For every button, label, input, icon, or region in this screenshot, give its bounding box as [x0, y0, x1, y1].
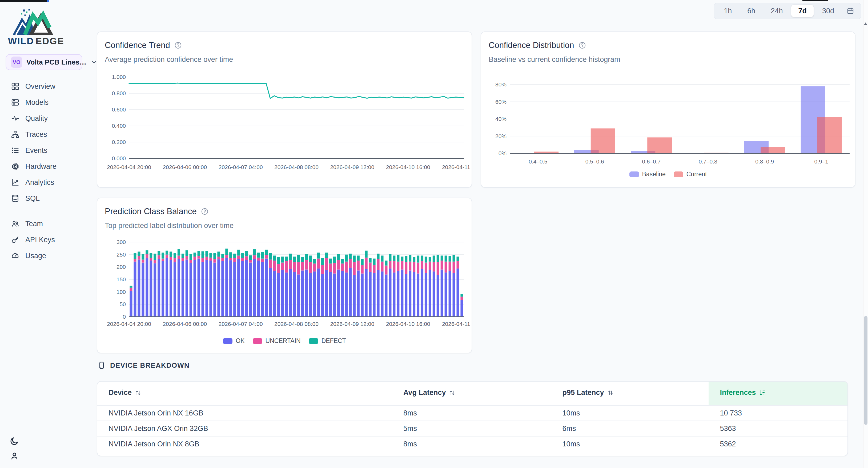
- svg-text:100: 100: [117, 289, 126, 295]
- sidebar-item-usage[interactable]: Usage: [0, 248, 83, 264]
- sidebar-item-label: Models: [25, 98, 49, 107]
- scrollbar-thumb[interactable]: [864, 316, 867, 425]
- user-icon: [9, 451, 19, 461]
- help-icon[interactable]: [579, 41, 586, 49]
- svg-text:0%: 0%: [498, 150, 506, 156]
- svg-text:300: 300: [117, 239, 126, 245]
- help-icon[interactable]: [201, 208, 209, 215]
- sidebar-item-sql[interactable]: SQL: [0, 191, 83, 206]
- sidebar-nav-secondary: TeamAPI KeysUsage: [0, 216, 83, 264]
- svg-text:2026-04-10 16:00: 2026-04-10 16:00: [386, 164, 430, 170]
- p95-latency-cell: 6ms: [551, 421, 709, 436]
- device-cell: NVIDIA Jetson AGX Orin 32GB: [97, 421, 392, 436]
- p95-latency-cell: 10ms: [551, 405, 709, 421]
- gauge-icon: [11, 252, 20, 260]
- p95-latency-cell: 10ms: [551, 436, 709, 451]
- svg-text:40%: 40%: [495, 116, 506, 122]
- sidebar-item-traces[interactable]: Traces: [0, 126, 83, 142]
- svg-text:0.200: 0.200: [112, 139, 126, 145]
- sidebar-item-api-keys[interactable]: API Keys: [0, 232, 83, 248]
- device-cell: NVIDIA Jetson Orin NX 16GB: [97, 405, 392, 421]
- sidebar-item-label: Hardware: [25, 163, 57, 171]
- inferences-cell: 10 733: [709, 405, 847, 421]
- time-range-7d[interactable]: 7d: [791, 5, 814, 17]
- svg-text:2026-04-11 20:00: 2026-04-11 20:00: [442, 321, 471, 327]
- svg-text:150: 150: [117, 276, 126, 283]
- calendar-button[interactable]: [843, 5, 858, 17]
- confidence-trend-chart: 0.0000.2000.4000.6000.8001.0002026-04-04…: [104, 71, 471, 177]
- time-range-6h[interactable]: 6h: [740, 5, 762, 17]
- svg-text:2026-04-06 00:00: 2026-04-06 00:00: [163, 321, 207, 327]
- svg-text:2026-04-08 08:00: 2026-04-08 08:00: [274, 164, 318, 170]
- svg-text:0.400: 0.400: [112, 123, 126, 129]
- database-icon: [11, 194, 20, 203]
- column-header-inferences[interactable]: Inferences: [709, 382, 847, 405]
- sidebar-item-quality[interactable]: Quality: [0, 110, 83, 126]
- table-row: NVIDIA Jetson AGX Orin 32GB5ms6ms5363: [97, 421, 847, 436]
- project-avatar: VO: [11, 57, 22, 68]
- svg-text:0.9–1: 0.9–1: [814, 158, 828, 165]
- svg-text:80%: 80%: [495, 81, 506, 87]
- legend-item-baseline: Baseline: [629, 171, 666, 178]
- sidebar-item-overview[interactable]: Overview: [0, 79, 83, 94]
- project-selector[interactable]: VO Volta PCB Lines…: [6, 54, 82, 70]
- card-title: Prediction Class Balance: [105, 207, 197, 216]
- svg-text:2026-04-09 12:00: 2026-04-09 12:00: [330, 321, 374, 327]
- legend-item-uncertain: UNCERTAIN: [253, 337, 301, 345]
- svg-text:0.8–0.9: 0.8–0.9: [755, 158, 774, 165]
- device-breakdown-heading: DEVICE BREAKDOWN: [97, 361, 190, 370]
- svg-text:0.800: 0.800: [112, 90, 126, 96]
- sidebar-item-label: Analytics: [25, 178, 54, 187]
- svg-text:50: 50: [120, 301, 126, 307]
- scroll-up-arrow[interactable]: [864, 22, 867, 25]
- column-header-avg-latency[interactable]: Avg Latency: [392, 382, 551, 405]
- dark-mode-toggle[interactable]: [9, 436, 20, 447]
- sort-icon: [135, 389, 141, 398]
- sort-icon: [607, 389, 614, 398]
- top-strip-right: [802, 0, 828, 1]
- svg-text:2026-04-07 04:00: 2026-04-07 04:00: [219, 164, 263, 170]
- sidebar-item-hardware[interactable]: Hardware: [0, 158, 83, 174]
- activity-icon: [11, 114, 20, 123]
- svg-text:2026-04-11 20:00: 2026-04-11 20:00: [442, 164, 471, 170]
- chart-legend: OKUNCERTAINDEFECT: [97, 337, 472, 345]
- sidebar-item-models[interactable]: Models: [0, 94, 83, 110]
- sidebar-item-team[interactable]: Team: [0, 216, 83, 232]
- legend-item-defect: DEFECT: [309, 337, 346, 345]
- svg-text:250: 250: [117, 252, 126, 258]
- legend-item-ok: OK: [223, 337, 244, 345]
- help-icon[interactable]: [174, 41, 182, 49]
- card-subtitle: Baseline vs current confidence histogram: [489, 56, 620, 64]
- chevron-down-icon: [91, 59, 98, 66]
- svg-text:2026-04-08 08:00: 2026-04-08 08:00: [274, 321, 318, 327]
- svg-text:20%: 20%: [495, 133, 506, 139]
- column-header-device[interactable]: Device: [97, 382, 392, 405]
- sidebar-item-events[interactable]: Events: [0, 142, 83, 158]
- svg-text:2026-04-07 04:00: 2026-04-07 04:00: [219, 321, 263, 327]
- chip-icon: [11, 162, 20, 171]
- card-title: Confidence Trend: [105, 40, 170, 50]
- chart-legend: BaselineCurrent: [481, 171, 855, 178]
- list-icon: [11, 146, 20, 155]
- svg-text:2026-04-06 00:00: 2026-04-06 00:00: [163, 164, 207, 170]
- time-range-30d[interactable]: 30d: [815, 5, 841, 17]
- sidebar-nav-main: OverviewModelsQualityTracesEventsHardwar…: [0, 79, 83, 206]
- svg-text:0.4–0.5: 0.4–0.5: [529, 158, 547, 165]
- time-range-1h[interactable]: 1h: [717, 5, 739, 17]
- device-breakdown-table-card: DeviceAvg Latencyp95 LatencyInferences N…: [97, 381, 848, 456]
- confidence-distribution-chart: 0%20%40%60%80%0.4–0.50.5–0.60.6–0.70.7–0…: [488, 75, 855, 169]
- legend-item-current: Current: [674, 171, 707, 178]
- sidebar-item-label: API Keys: [25, 236, 55, 244]
- sidebar-item-analytics[interactable]: Analytics: [0, 174, 83, 191]
- sort-icon: [449, 389, 455, 398]
- account-button[interactable]: [9, 451, 20, 462]
- prediction-class-balance-card: Prediction Class Balance Top predicted l…: [97, 198, 472, 353]
- avg-latency-cell: 8ms: [392, 405, 551, 421]
- time-range-24h[interactable]: 24h: [764, 5, 789, 17]
- column-header-p95-latency[interactable]: p95 Latency: [551, 382, 709, 405]
- inferences-cell: 5362: [709, 436, 847, 451]
- app-logo: WILDEDGE: [8, 7, 64, 47]
- chart-icon: [11, 178, 20, 187]
- prediction-class-balance-chart: 0501001502002503002026-04-04 20:002026-0…: [104, 237, 471, 343]
- svg-text:2026-04-09 12:00: 2026-04-09 12:00: [330, 164, 374, 170]
